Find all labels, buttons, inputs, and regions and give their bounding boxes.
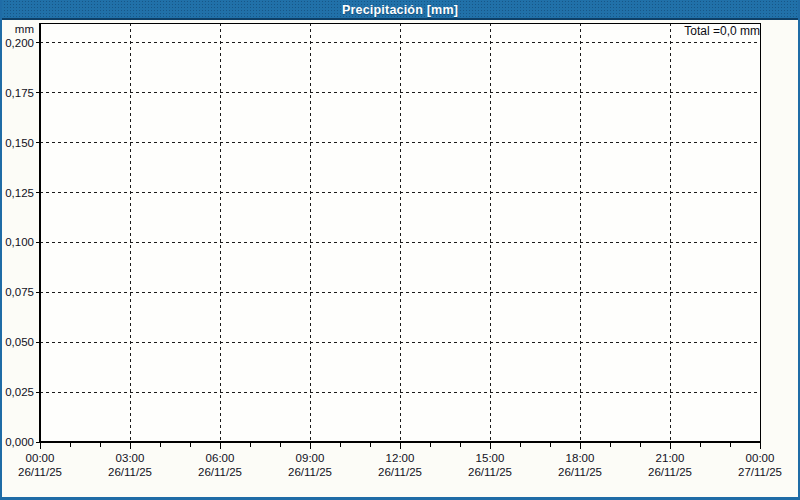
x-axis-time-label: 18:00 bbox=[566, 452, 595, 464]
window-title: Precipitación [mm] bbox=[342, 3, 458, 17]
x-axis-time-label: 00:00 bbox=[26, 452, 55, 464]
x-axis-time-label: 15:00 bbox=[476, 452, 505, 464]
y-axis-label: 0,000 bbox=[5, 436, 34, 448]
x-axis-time-label: 21:00 bbox=[656, 452, 685, 464]
y-axis-label: 0,175 bbox=[5, 87, 34, 99]
y-axis-label: 0,100 bbox=[5, 236, 34, 248]
x-axis-date-label: 26/11/25 bbox=[648, 466, 692, 478]
precipitation-chart: 0,2000,1750,1500,1250,1000,0750,0500,025… bbox=[0, 0, 800, 482]
x-axis-date-label: 26/11/25 bbox=[108, 466, 152, 478]
x-axis-date-label: 27/11/25 bbox=[738, 466, 782, 478]
x-axis-time-label: 12:00 bbox=[386, 452, 415, 464]
y-axis-label: 0,075 bbox=[5, 286, 34, 298]
x-axis-time-label: 09:00 bbox=[296, 452, 325, 464]
y-axis-label: 0,125 bbox=[5, 187, 34, 199]
y-axis-label: 0,150 bbox=[5, 137, 34, 149]
x-axis-time-label: 03:00 bbox=[116, 452, 145, 464]
y-axis-label: 0,025 bbox=[5, 386, 34, 398]
window-titlebar: Precipitación [mm] bbox=[0, 0, 800, 20]
x-axis-date-label: 26/11/25 bbox=[288, 466, 332, 478]
x-axis-date-label: 26/11/25 bbox=[18, 466, 62, 478]
chart-window: Precipitación [mm] Total =0,0 mm 0,2000,… bbox=[0, 0, 800, 500]
x-axis-time-label: 06:00 bbox=[206, 452, 235, 464]
y-axis-label: 0,200 bbox=[5, 37, 34, 49]
x-axis-date-label: 26/11/25 bbox=[378, 466, 422, 478]
x-axis-date-label: 26/11/25 bbox=[558, 466, 602, 478]
x-axis-time-label: 00:00 bbox=[746, 452, 775, 464]
x-axis-date-label: 26/11/25 bbox=[198, 466, 242, 478]
total-label: Total =0,0 mm bbox=[684, 24, 760, 38]
y-axis-label: 0,050 bbox=[5, 336, 34, 348]
x-axis-date-label: 26/11/25 bbox=[468, 466, 512, 478]
y-axis-unit-label: mm bbox=[15, 23, 34, 35]
